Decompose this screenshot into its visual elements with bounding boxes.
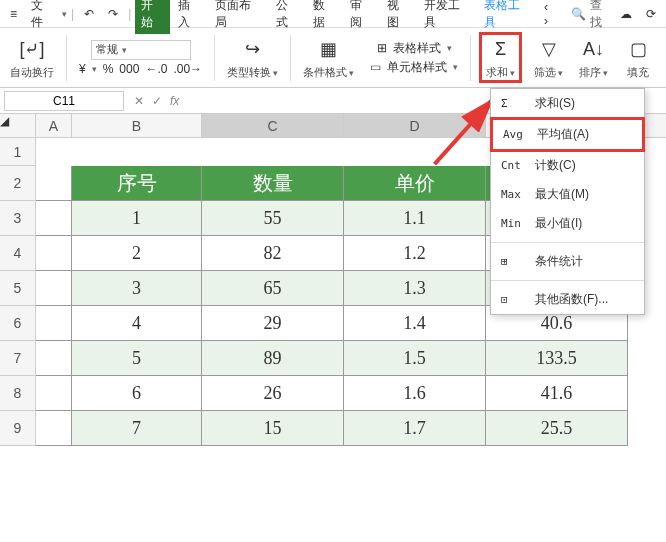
cellstyle-icon: ▭ — [370, 60, 381, 74]
row-header[interactable]: 5 — [0, 271, 36, 306]
tab-data[interactable]: 数据 — [307, 0, 342, 34]
cell[interactable] — [36, 166, 72, 201]
condfmt-group[interactable]: ▦ 条件格式▾ — [299, 35, 358, 80]
menu-count[interactable]: Cnt 计数(C) — [491, 151, 644, 180]
cell[interactable] — [72, 138, 202, 166]
menu-max[interactable]: Max 最大值(M) — [491, 180, 644, 209]
table-header[interactable]: 数量 — [202, 166, 344, 201]
cell[interactable] — [36, 138, 72, 166]
typeconv-group[interactable]: ↪ 类型转换▾ — [223, 35, 282, 80]
menu-label: 计数(C) — [535, 157, 576, 174]
tab-review[interactable]: 审阅 — [344, 0, 379, 34]
tab-insert[interactable]: 插入 — [172, 0, 207, 34]
cell[interactable]: 4 — [72, 306, 202, 341]
decimal-dec-icon[interactable]: .00→ — [173, 62, 202, 76]
cell[interactable] — [36, 376, 72, 411]
cell[interactable] — [36, 201, 72, 236]
menu-conditional[interactable]: ⊞ 条件统计 — [491, 247, 644, 276]
comma-icon[interactable]: 000 — [119, 62, 139, 76]
format-dropdown[interactable]: 常规 ▾ — [91, 40, 191, 60]
tab-devtools[interactable]: 开发工具 — [418, 0, 476, 34]
sum-group[interactable]: Σ 求和▾ — [479, 32, 522, 83]
cell[interactable]: 1.4 — [344, 306, 486, 341]
tablestyle-label: 表格样式 — [393, 40, 441, 57]
tab-formula[interactable]: 公式 — [270, 0, 305, 34]
redo-icon[interactable]: ↷ — [102, 4, 124, 24]
cell[interactable]: 41.6 — [486, 376, 628, 411]
cell[interactable]: 1.3 — [344, 271, 486, 306]
cell[interactable]: 82 — [202, 236, 344, 271]
cell[interactable]: 1.5 — [344, 341, 486, 376]
cell[interactable]: 7 — [72, 411, 202, 446]
cell[interactable] — [36, 236, 72, 271]
row-header[interactable]: 1 — [0, 138, 36, 166]
menu-min[interactable]: Min 最小值(I) — [491, 209, 644, 238]
search-box[interactable]: 🔍 查找 — [571, 0, 612, 31]
row-header[interactable]: 4 — [0, 236, 36, 271]
menu-label: 平均值(A) — [537, 126, 589, 143]
fill-group[interactable]: ▢ 填充 — [620, 35, 656, 80]
file-menu[interactable]: 文件 — [25, 0, 60, 34]
menu-sum[interactable]: Σ 求和(S) — [491, 89, 644, 118]
autowrap-label: 自动换行 — [10, 65, 54, 80]
cell[interactable]: 25.5 — [486, 411, 628, 446]
cell[interactable]: 55 — [202, 201, 344, 236]
cnt-abbr: Cnt — [501, 159, 527, 172]
undo-icon[interactable]: ↶ — [78, 4, 100, 24]
hamburger-icon[interactable]: ≡ — [4, 4, 23, 24]
cell[interactable]: 133.5 — [486, 341, 628, 376]
sync-icon[interactable]: ⟳ — [640, 4, 662, 24]
cell[interactable]: 3 — [72, 271, 202, 306]
cell[interactable] — [36, 306, 72, 341]
cell[interactable] — [36, 341, 72, 376]
cell[interactable]: 1.7 — [344, 411, 486, 446]
cell[interactable]: 89 — [202, 341, 344, 376]
fx-cancel-icon[interactable]: ✕ — [134, 94, 144, 108]
filter-group[interactable]: ▽ 筛选▾ — [530, 35, 567, 80]
currency-icon[interactable]: ¥ — [79, 62, 86, 76]
cloud-icon[interactable]: ☁ — [614, 4, 638, 24]
cell[interactable]: 29 — [202, 306, 344, 341]
cell[interactable]: 1.1 — [344, 201, 486, 236]
cell[interactable]: 5 — [72, 341, 202, 376]
sort-group[interactable]: A↓ 排序▾ — [575, 35, 612, 80]
name-box[interactable] — [4, 91, 124, 111]
cell[interactable]: 65 — [202, 271, 344, 306]
tab-start[interactable]: 开始 — [135, 0, 170, 34]
cell[interactable]: 1 — [72, 201, 202, 236]
decimal-inc-icon[interactable]: ←.0 — [145, 62, 167, 76]
fx-accept-icon[interactable]: ✓ — [152, 94, 162, 108]
row-header[interactable]: 9 — [0, 411, 36, 446]
autowrap-group[interactable]: [⤶] 自动换行 — [6, 35, 58, 80]
cell[interactable]: 1.6 — [344, 376, 486, 411]
menu-other-functions[interactable]: ⊡ 其他函数(F)... — [491, 285, 644, 314]
table-header[interactable]: 单价 — [344, 166, 486, 201]
cell[interactable]: 26 — [202, 376, 344, 411]
cell[interactable]: 1.2 — [344, 236, 486, 271]
tab-tabletools[interactable]: 表格工具 — [478, 0, 536, 34]
percent-icon[interactable]: % — [103, 62, 114, 76]
row-header[interactable]: 3 — [0, 201, 36, 236]
cell[interactable]: 15 — [202, 411, 344, 446]
tab-view[interactable]: 视图 — [381, 0, 416, 34]
fx-icon[interactable]: fx — [170, 94, 179, 108]
col-header-c[interactable]: C — [202, 114, 344, 137]
more-icon[interactable]: ‹ › — [538, 0, 561, 31]
select-all-corner[interactable]: ◢ — [0, 114, 36, 137]
cell[interactable]: 2 — [72, 236, 202, 271]
row-header[interactable]: 2 — [0, 166, 36, 201]
cell[interactable] — [36, 271, 72, 306]
cell[interactable]: 6 — [72, 376, 202, 411]
col-header-b[interactable]: B — [72, 114, 202, 137]
table-header[interactable]: 序号 — [72, 166, 202, 201]
col-header-a[interactable]: A — [36, 114, 72, 137]
row-header[interactable]: 7 — [0, 341, 36, 376]
tab-pagelayout[interactable]: 页面布局 — [209, 0, 267, 34]
cell[interactable] — [36, 411, 72, 446]
row-header[interactable]: 6 — [0, 306, 36, 341]
tablestyle-group[interactable]: ⊞表格样式▾ ▭单元格样式▾ — [366, 40, 462, 76]
menu-average[interactable]: Avg 平均值(A) — [490, 117, 645, 152]
filter-label: 筛选 — [534, 65, 556, 80]
row-header[interactable]: 8 — [0, 376, 36, 411]
cell[interactable] — [202, 138, 344, 166]
